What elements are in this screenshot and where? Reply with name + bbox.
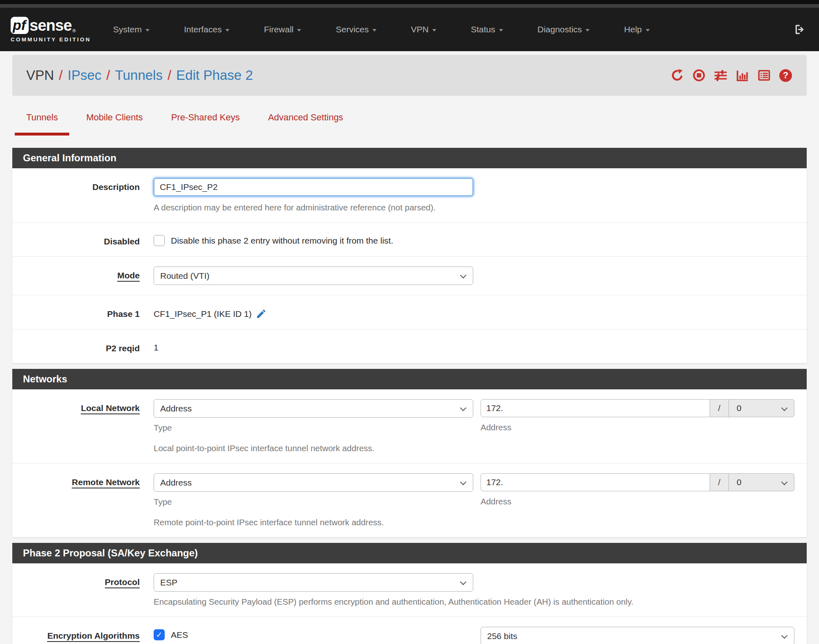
nav-item-firewall[interactable]: Firewall [247,8,318,51]
chevron-down-icon [225,29,229,32]
remote-mask-select[interactable]: 0 [729,473,794,491]
description-help: A description may be entered here for ad… [154,203,794,212]
page-action-icons: ? [671,69,792,82]
tab-pre-shared-keys[interactable]: Pre-Shared Keys [160,112,252,136]
top-navbar: pf sense ® COMMUNITY EDITION System Inte… [0,8,819,51]
local-mask-select[interactable]: 0 [729,399,794,417]
phase1-label: Phase 1 [12,305,154,319]
form-row-p2reqid: P2 reqid 1 [12,329,807,363]
remote-type-caption: Type [154,497,473,507]
community-edition-label: COMMUNITY EDITION [11,36,91,43]
chevron-down-icon [460,405,467,411]
description-input[interactable] [154,178,473,196]
p2reqid-value: 1 [154,339,794,353]
form-row-description: Description A description may be entered… [12,168,807,222]
remote-address-caption: Address [481,497,794,506]
nav-item-services[interactable]: Services [318,8,394,51]
breadcrumb-edit-phase2[interactable]: Edit Phase 2 [176,68,253,83]
remote-network-label: Remote Network [72,477,140,488]
form-row-remote-network: Remote Network Address Type Remote point… [12,463,807,537]
chevron-down-icon [460,479,467,486]
aes-keylength-select[interactable]: 256 bits [481,627,794,644]
chevron-down-icon [460,272,467,279]
protocol-help: Encapsulating Security Payload (ESP) per… [154,597,794,607]
local-address-input[interactable] [481,399,710,417]
local-type-caption: Type [154,423,473,433]
section-title: Networks [12,369,807,389]
form-row-local-network: Local Network Address Type Local point-t… [12,389,807,463]
breadcrumb: VPN / IPsec / Tunnels / Edit Phase 2 [26,68,253,83]
remote-network-help: Remote point-to-point IPsec interface tu… [154,517,473,527]
local-network-type-select[interactable]: Address [154,399,473,418]
encryption-algorithms-label: Encryption Algorithms [47,631,140,642]
chevron-down-icon [646,29,650,32]
disabled-checkbox-label: Disable this phase 2 entry without remov… [171,236,393,246]
registered-mark: ® [73,28,76,33]
chevron-down-icon [145,29,150,32]
refresh-icon[interactable] [671,69,684,82]
breadcrumb-vpn: VPN [26,68,54,83]
remote-address-input[interactable] [481,473,710,491]
nav-item-help[interactable]: Help [607,8,667,51]
form-row-protocol: Protocol ESP Encapsulating Security Payl… [12,563,807,617]
protocol-label: Protocol [105,577,140,588]
chevron-down-icon [499,29,503,32]
disabled-label: Disabled [12,233,154,246]
main-menu: System Interfaces Firewall Services VPN … [96,8,667,51]
sign-out-icon[interactable] [794,23,807,36]
section-networks: Networks Local Network Address Type Loca… [12,369,807,537]
stop-icon[interactable] [692,69,706,82]
description-label: Description [12,178,154,212]
aes-checkbox-label: AES [171,630,188,640]
chevron-down-icon [372,29,377,32]
form-row-phase1: Phase 1 CF1_IPsec_P1 (IKE ID 1) [12,295,807,329]
form-row-disabled: Disabled Disable this phase 2 entry with… [12,222,807,256]
disabled-checkbox[interactable] [154,235,165,246]
section-title: Phase 2 Proposal (SA/Key Exchange) [12,543,807,563]
help-icon[interactable]: ? [779,69,792,82]
aes-checkbox[interactable]: ✓ [154,629,165,640]
breadcrumb-separator: / [168,68,171,83]
tab-tunnels[interactable]: Tunnels [15,112,69,136]
nav-item-interfaces[interactable]: Interfaces [167,8,247,51]
pfsense-logo-pf: pf [11,17,29,34]
local-network-label: Local Network [81,403,140,414]
window-title-strip [0,4,819,8]
phase1-value: CF1_IPsec_P1 (IKE ID 1) [154,309,252,319]
section-general-information: General Information Description A descri… [12,148,807,363]
chevron-down-icon [297,29,301,32]
ipsec-tabs: Tunnels Mobile Clients Pre-Shared Keys A… [12,96,807,136]
nav-item-system[interactable]: System [96,8,167,51]
remote-network-type-select[interactable]: Address [154,473,473,492]
log-list-icon[interactable] [758,69,771,82]
p2reqid-label: P2 reqid [12,339,154,353]
sliders-icon[interactable] [714,69,727,82]
mode-select[interactable]: Routed (VTI) [154,267,473,285]
nav-item-diagnostics[interactable]: Diagnostics [520,8,607,51]
chevron-down-icon [585,29,590,32]
tab-mobile-clients[interactable]: Mobile Clients [75,112,154,136]
section-phase2-proposal: Phase 2 Proposal (SA/Key Exchange) Proto… [12,543,807,644]
protocol-select[interactable]: ESP [154,573,473,592]
tab-advanced-settings[interactable]: Advanced Settings [256,112,354,136]
chevron-down-icon [781,633,788,639]
mode-label: Mode [117,271,140,282]
window-top-strip [0,0,819,4]
bar-chart-icon[interactable] [736,69,749,82]
chevron-down-icon [432,29,436,32]
local-address-caption: Address [481,423,794,432]
mask-separator: / [710,473,729,491]
breadcrumb-tunnels[interactable]: Tunnels [115,68,163,83]
local-network-help: Local point-to-point IPsec interface tun… [154,443,473,453]
pencil-icon[interactable] [256,308,267,319]
pfsense-logo[interactable]: pf sense ® COMMUNITY EDITION [11,17,91,43]
nav-item-vpn[interactable]: VPN [394,8,454,51]
breadcrumb-separator: / [107,68,110,83]
section-title: General Information [12,148,807,168]
form-row-mode: Mode Routed (VTI) [12,256,807,295]
form-row-encryption-aes: Encryption Algorithms ✓ AES 256 bits [12,617,807,644]
nav-item-status[interactable]: Status [454,8,520,51]
chevron-down-icon [781,479,788,486]
breadcrumb-bar: VPN / IPsec / Tunnels / Edit Phase 2 ? [12,55,807,96]
breadcrumb-ipsec[interactable]: IPsec [68,68,102,83]
